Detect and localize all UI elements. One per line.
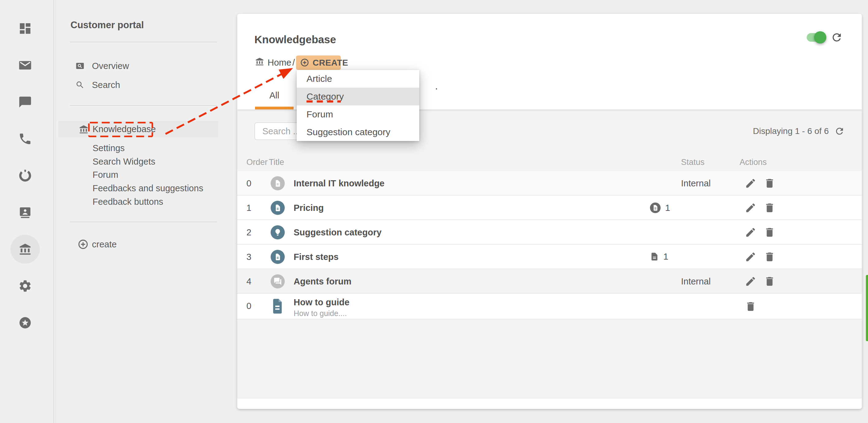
document-icon [273,252,282,262]
sidebar-item-label: Search [92,77,120,93]
document-circle-icon [649,202,661,214]
refresh-icon[interactable] [831,31,843,43]
stray-dot [436,88,437,90]
table-row[interactable]: 0 How to guide How to guide.... [237,294,862,320]
table-row[interactable]: 0 Internal IT knowledge Internal [237,171,862,195]
phone-icon[interactable] [18,132,32,146]
row-subtitle: How to guide.... [293,309,347,318]
edit-icon[interactable] [745,178,756,189]
row-title[interactable]: Internal IT knowledge [293,171,385,195]
refresh-list-icon[interactable] [834,126,845,137]
row-order: 4 [246,269,251,294]
chat-icon[interactable] [18,95,32,109]
mail-icon[interactable] [18,58,32,72]
divider [70,42,217,42]
sidebar-item-overview[interactable]: Overview [58,58,218,73]
column-status: Status [681,157,705,167]
contacts-icon[interactable] [18,205,32,219]
delete-icon[interactable] [764,276,775,287]
table-row[interactable]: 2 Suggestion category [237,220,862,245]
icon-rail [0,0,58,423]
sidebar-item-settings[interactable]: Settings [93,141,215,155]
app-window: Customer portal Overview Search Knowledg… [0,0,868,423]
panel-footer [237,398,862,409]
active-tab-indicator [255,107,293,110]
home-bank-icon [255,57,265,66]
sidebar-item-search-widgets[interactable]: Search Widgets [93,155,215,168]
sidebar-item-create[interactable]: create [58,237,218,252]
breadcrumb-home-link[interactable]: Home [268,58,291,68]
menu-item-forum[interactable]: Forum [297,105,419,123]
settings-icon[interactable] [18,279,32,293]
row-title[interactable]: First steps [293,245,339,269]
table-header: Order Title Status Actions [237,153,862,172]
category-avatar [271,250,285,264]
row-title[interactable]: Suggestion category [293,220,381,245]
sidebar-item-feedback-buttons[interactable]: Feedback buttons [93,195,215,208]
row-order: 2 [246,220,251,245]
enable-toggle[interactable] [807,33,826,42]
sync-icon[interactable] [18,169,32,183]
table-row[interactable]: 3 First steps 1 [237,245,862,269]
row-title[interactable]: Agents forum [293,269,351,294]
badge-count: 1 [665,203,670,213]
badge-count: 1 [663,251,669,262]
article-document-icon [270,298,284,315]
menu-item-category[interactable]: Category [297,88,419,105]
edit-icon[interactable] [745,251,756,263]
rail-divider [53,0,54,423]
delete-icon[interactable] [745,301,756,312]
sidebar-item-search[interactable]: Search [58,77,218,93]
edit-icon[interactable] [745,226,756,238]
dashboard-icon[interactable] [18,22,32,35]
create-button[interactable]: CREATE [296,56,341,70]
tab-all[interactable]: All [255,90,293,100]
row-order: 0 [246,171,251,195]
row-order: 0 [246,294,251,318]
edit-icon[interactable] [745,276,756,287]
article-count-badge: 1 [649,202,670,214]
row-order: 1 [246,195,251,220]
plus-circle-icon [78,239,89,250]
document-icon [273,203,282,212]
sidebar-item-feedbacks[interactable]: Feedbacks and suggestions [93,181,215,195]
delete-icon[interactable] [764,202,775,214]
bank-icon [79,124,89,134]
row-title[interactable]: How to guide [293,297,349,307]
delete-icon[interactable] [764,251,775,263]
status-label: Internal [681,171,711,195]
document-icon [649,251,659,262]
knowledgebase-icon[interactable] [18,242,32,256]
toggle-knob [814,31,826,43]
sidebar-item-knowledgebase[interactable]: Knowledgebase [58,121,218,137]
table-row[interactable]: 4 Agents forum Internal [237,269,862,294]
menu-item-article[interactable]: Article [297,70,419,88]
menu-item-suggestion-category[interactable]: Suggestion category [297,123,419,141]
table-body: 0 Internal IT knowledge Internal 1 Prici [237,171,862,320]
delete-icon[interactable] [764,226,775,238]
sidebar-item-label: Knowledgebase [93,121,156,137]
breadcrumb-separator: / [292,58,295,68]
document-icon [273,179,282,188]
search-icon [75,80,85,90]
table-row[interactable]: 1 Pricing 1 [237,195,862,220]
status-label: Internal [681,269,711,294]
article-count-badge: 1 [649,251,669,262]
edit-icon[interactable] [745,202,756,214]
forum-icon [273,277,282,286]
plus-circle-icon [300,58,309,67]
delete-icon[interactable] [764,178,775,189]
lightbulb-icon [273,228,282,237]
sidebar-item-label: Overview [92,58,129,73]
sidebar-item-forum[interactable]: Forum [93,168,215,181]
category-avatar [271,274,285,289]
create-button-label: CREATE [313,56,348,70]
row-title[interactable]: Pricing [293,195,324,220]
sidebar-title: Customer portal [70,20,144,31]
pagination-info: Displaying 1 - 6 of 6 [753,122,845,140]
rewards-star-icon[interactable] [18,316,32,330]
displaying-text: Displaying 1 - 6 of 6 [753,126,829,136]
customer-portal-sidebar: Customer portal Overview Search Knowledg… [58,0,218,423]
category-avatar [271,176,285,190]
column-actions: Actions [740,157,767,167]
